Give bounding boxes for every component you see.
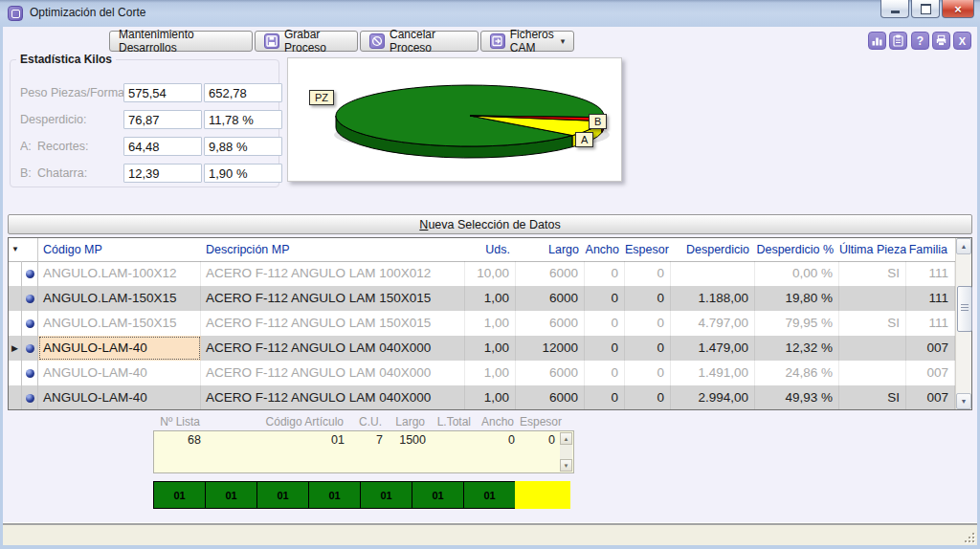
chatarra-pct-field[interactable] xyxy=(204,164,282,183)
row-selector[interactable] xyxy=(9,261,22,286)
cell-ancho[interactable]: 0 xyxy=(585,361,625,385)
cell-ultima-pieza[interactable]: SI xyxy=(839,261,906,286)
cam-files-button[interactable]: Ficheros CAM ▾ xyxy=(480,31,574,52)
cell-codigo-mp[interactable]: ANGULO.LAM-150X15 xyxy=(38,286,201,311)
cancel-process-button[interactable]: Cancelar Proceso xyxy=(360,31,479,52)
cell-espesor[interactable]: 0 xyxy=(625,385,671,409)
cell-ultima-pieza[interactable]: SI xyxy=(839,385,906,409)
cut-segment[interactable]: 01 xyxy=(412,481,464,509)
cut-segment[interactable]: 01 xyxy=(308,481,361,509)
table-row[interactable]: ANGULO.LAM-100X12ACERO F-112 ANGULO LAM … xyxy=(9,261,955,286)
row-selector[interactable] xyxy=(9,311,22,336)
cell-espesor[interactable]: 0 xyxy=(625,261,671,286)
cell-codigo-mp[interactable]: ANGULO.LAM-150X15 xyxy=(38,311,201,336)
header-desperdicio-pct[interactable]: Desperdicio % xyxy=(755,238,839,261)
cut-segment[interactable]: 01 xyxy=(153,481,206,509)
cell-descripcion-mp[interactable]: ACERO F-112 ANGULO LAM 100X012 xyxy=(201,261,465,286)
cut-segment[interactable]: 01 xyxy=(256,481,309,509)
resize-grip[interactable] xyxy=(963,531,974,542)
cell-desperdicio[interactable]: 1.491,00 xyxy=(671,361,755,385)
detail-cell[interactable]: 0 xyxy=(521,433,561,448)
help-icon[interactable]: ? xyxy=(911,32,929,50)
table-vertical-scrollbar[interactable]: ▲ ▼ xyxy=(955,238,971,409)
cell-uds[interactable]: 10,00 xyxy=(465,261,516,286)
scroll-down-icon[interactable]: ▼ xyxy=(956,393,971,409)
desperdicio-value-field[interactable] xyxy=(123,110,202,129)
cell-largo[interactable]: 6000 xyxy=(516,385,585,409)
detail-cell[interactable]: 68 xyxy=(154,433,207,448)
detail-cell[interactable] xyxy=(432,433,478,448)
cell-espesor[interactable]: 0 xyxy=(625,286,671,311)
cut-segment[interactable]: 01 xyxy=(205,481,257,509)
scrollbar-thumb[interactable] xyxy=(957,286,972,332)
cell-desperdicio-pct[interactable]: 12,32 % xyxy=(755,336,839,361)
stats-chart-icon[interactable] xyxy=(868,32,886,50)
cell-ancho[interactable]: 0 xyxy=(585,286,625,311)
header-ultima-pieza[interactable]: Última Pieza xyxy=(839,238,906,261)
cell-desperdicio-pct[interactable]: 79,95 % xyxy=(755,311,839,336)
header-familia[interactable]: Familia xyxy=(906,238,955,261)
detail-cell[interactable]: 1500 xyxy=(389,433,432,448)
header-codigo-mp[interactable]: Código MP xyxy=(38,238,201,261)
restore-button[interactable] xyxy=(911,0,940,18)
peso-value-field[interactable] xyxy=(123,83,202,102)
cell-desperdicio[interactable]: 4.797,00 xyxy=(671,311,755,336)
cell-ancho[interactable]: 0 xyxy=(585,311,625,336)
cell-desperdicio[interactable] xyxy=(671,261,755,286)
cut-list-box[interactable]: 68017150000 ▲ ▼ xyxy=(153,430,574,473)
cell-largo[interactable]: 12000 xyxy=(516,336,585,361)
cell-ultima-pieza[interactable] xyxy=(839,361,906,385)
cell-descripcion-mp[interactable]: ACERO F-112 ANGULO LAM 040X000 xyxy=(201,361,465,385)
cell-descripcion-mp[interactable]: ACERO F-112 ANGULO LAM 150X015 xyxy=(201,311,465,336)
header-espesor[interactable]: Espesor xyxy=(625,238,671,261)
cell-largo[interactable]: 6000 xyxy=(516,286,585,311)
cut-segment[interactable]: 01 xyxy=(463,481,516,509)
cell-familia[interactable]: 007 xyxy=(906,336,955,361)
cell-uds[interactable]: 1,00 xyxy=(465,336,516,361)
cell-familia[interactable]: 111 xyxy=(906,286,955,311)
recortes-pct-field[interactable] xyxy=(204,137,282,156)
detail-cell[interactable]: 0 xyxy=(478,433,521,448)
scroll-up-icon[interactable]: ▲ xyxy=(956,238,971,254)
cell-ancho[interactable]: 0 xyxy=(585,336,625,361)
close-button[interactable]: × xyxy=(942,0,974,18)
cell-ancho[interactable]: 0 xyxy=(585,385,625,409)
cell-familia[interactable]: 007 xyxy=(906,361,955,385)
cell-ultima-pieza[interactable] xyxy=(839,286,906,311)
cell-espesor[interactable]: 0 xyxy=(625,311,671,336)
cut-list-scrollbar[interactable]: ▲ ▼ xyxy=(560,432,572,472)
new-selection-button[interactable]: Nueva Selección de Datos xyxy=(8,214,972,234)
row-selector[interactable]: ▶ xyxy=(9,336,22,361)
recortes-value-field[interactable] xyxy=(123,137,202,156)
table-row[interactable]: ANGULO.LAM-150X15ACERO F-112 ANGULO LAM … xyxy=(9,311,955,336)
cell-descripcion-mp[interactable]: ACERO F-112 ANGULO LAM 040X000 xyxy=(201,385,465,409)
print-icon[interactable] xyxy=(932,32,950,50)
cell-codigo-mp[interactable]: ANGULO-LAM-40 xyxy=(38,385,201,409)
peso-total-field[interactable] xyxy=(204,83,282,102)
desperdicio-pct-field[interactable] xyxy=(204,110,282,129)
scroll-up-icon[interactable]: ▲ xyxy=(560,432,572,445)
cell-desperdicio-pct[interactable]: 19,80 % xyxy=(755,286,839,311)
cell-ancho[interactable]: 0 xyxy=(585,261,625,286)
cell-ultima-pieza[interactable] xyxy=(839,336,906,361)
cell-desperdicio[interactable]: 2.994,00 xyxy=(671,385,755,409)
cell-espesor[interactable]: 0 xyxy=(625,361,671,385)
cell-uds[interactable]: 1,00 xyxy=(465,311,516,336)
cell-largo[interactable]: 6000 xyxy=(516,261,585,286)
header-ancho[interactable]: Ancho xyxy=(585,238,625,261)
header-desperdicio[interactable]: Desperdicio xyxy=(671,238,755,261)
row-selector[interactable] xyxy=(9,361,22,385)
cell-codigo-mp[interactable]: ANGULO.LAM-100X12 xyxy=(38,261,201,286)
cell-desperdicio-pct[interactable]: 24,86 % xyxy=(755,361,839,385)
filter-icon[interactable]: ▼ xyxy=(9,238,38,261)
chatarra-value-field[interactable] xyxy=(123,164,202,183)
cell-uds[interactable]: 1,00 xyxy=(465,286,516,311)
clipboard-icon[interactable] xyxy=(889,32,907,50)
cell-largo[interactable]: 6000 xyxy=(516,361,585,385)
cell-desperdicio[interactable]: 1.188,00 xyxy=(671,286,755,311)
scroll-down-icon[interactable]: ▼ xyxy=(560,459,572,472)
table-row[interactable]: ANGULO.LAM-150X15ACERO F-112 ANGULO LAM … xyxy=(9,286,955,311)
cell-desperdicio[interactable]: 1.479,00 xyxy=(671,336,755,361)
cell-uds[interactable]: 1,00 xyxy=(465,385,516,409)
cut-list-row[interactable]: 68017150000 xyxy=(154,433,561,448)
